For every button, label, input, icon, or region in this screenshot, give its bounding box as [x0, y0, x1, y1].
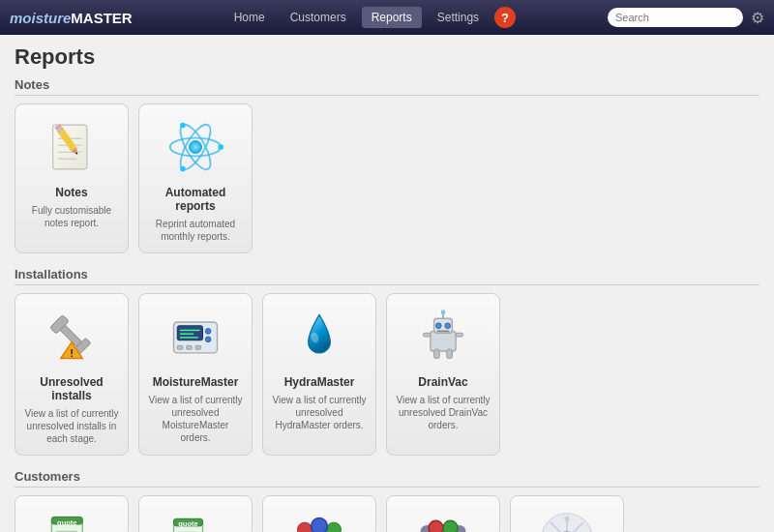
nav-reports[interactable]: Reports	[362, 7, 422, 28]
svg-point-14	[189, 140, 201, 153]
card-hydramaster[interactable]: HydraMaster View a list of currently unr…	[262, 293, 376, 456]
drainvac-icon	[412, 306, 474, 368]
settings-icon[interactable]: ⚙	[751, 9, 764, 27]
svg-rect-32	[195, 345, 201, 349]
notes-card-desc: Fully customisable notes report.	[23, 204, 120, 229]
card-historical-referrals[interactable]: Historical referrals Referral types for …	[386, 495, 500, 532]
section-label-installations: Installations	[15, 267, 759, 285]
quotes-icon: quote	[164, 508, 226, 532]
card-moisturemaster[interactable]: MoistureMaster View a list of currently …	[138, 293, 253, 456]
page-content: Reports Notes	[0, 35, 774, 532]
pmc-icon	[536, 508, 598, 532]
hydramaster-card-title: HydraMaster	[284, 375, 355, 389]
svg-rect-34	[431, 331, 456, 351]
svg-point-37	[445, 323, 451, 329]
svg-rect-43	[434, 349, 440, 358]
card-referrals[interactable]: Referrals View success of each referral …	[262, 495, 376, 532]
notes-cards-row: Notes Fully customisable notes report.	[15, 103, 759, 253]
quote-requests-icon: quote	[41, 508, 103, 532]
svg-point-17	[180, 166, 186, 172]
customers-cards-row: quote Quote requ	[15, 495, 759, 532]
svg-text:quote: quote	[57, 518, 76, 527]
logo-master: MASTER	[71, 10, 132, 26]
section-label-notes: Notes	[15, 77, 759, 96]
card-drainvac[interactable]: DrainVac View a list of currently unreso…	[386, 293, 500, 456]
navbar-right: ⚙	[608, 8, 764, 27]
nav-settings[interactable]: Settings	[428, 7, 489, 28]
unresolved-card-title: Unresolved installs	[23, 375, 120, 402]
unresolved-icon: !	[41, 306, 103, 368]
svg-point-29	[205, 337, 211, 342]
svg-rect-31	[187, 345, 193, 349]
svg-point-15	[218, 144, 223, 150]
svg-text:quote: quote	[178, 519, 197, 528]
svg-rect-41	[423, 333, 431, 337]
svg-point-74	[327, 522, 342, 532]
notes-icon	[41, 116, 103, 178]
referrals-icon	[288, 508, 350, 532]
nav-customers[interactable]: Customers	[281, 7, 356, 28]
svg-text:!: !	[70, 347, 74, 359]
svg-point-16	[180, 123, 186, 129]
search-input[interactable]	[608, 8, 743, 27]
svg-point-28	[205, 329, 211, 335]
moisturemaster-card-desc: View a list of currently unresolved Mois…	[147, 394, 244, 444]
navbar: moisture MASTER Home Customers Reports S…	[0, 0, 774, 35]
card-unresolved-installs[interactable]: ! Unresolved installs View a list of cur…	[15, 293, 129, 456]
section-customers: Customers quote	[15, 469, 759, 532]
svg-point-40	[441, 310, 446, 314]
svg-point-79	[443, 520, 458, 532]
logo-moisture: moisture	[10, 10, 71, 26]
svg-rect-38	[436, 330, 449, 332]
automated-icon	[164, 116, 226, 178]
section-installations: Installations ! U	[15, 267, 759, 456]
historical-icon	[412, 508, 474, 532]
svg-point-78	[429, 520, 443, 532]
automated-card-title: Automated reports	[147, 186, 244, 213]
card-notes[interactable]: Notes Fully customisable notes report.	[15, 103, 129, 253]
card-quote-requests[interactable]: quote Quote requ	[15, 495, 129, 532]
card-quotes[interactable]: quote Quotes	[138, 495, 253, 532]
drainvac-card-title: DrainVac	[418, 375, 467, 389]
help-icon[interactable]: ?	[494, 7, 516, 28]
card-automated-reports[interactable]: Automated reports Reprint automated mont…	[138, 103, 253, 253]
section-notes: Notes	[15, 77, 759, 253]
svg-point-75	[312, 517, 328, 532]
moisturemaster-card-title: MoistureMaster	[153, 375, 239, 389]
section-label-customers: Customers	[15, 469, 759, 488]
svg-point-73	[298, 522, 313, 532]
page-title: Reports	[15, 44, 759, 70]
hydramaster-icon	[288, 306, 350, 368]
svg-point-85	[564, 517, 570, 522]
nav-links: Home Customers Reports Settings ?	[224, 7, 516, 28]
app-logo: moisture MASTER	[10, 10, 133, 26]
svg-rect-30	[177, 345, 183, 349]
moisturemaster-icon	[164, 306, 226, 368]
card-pmc-customers[interactable]: PMC Customers Customers on a PMC contrac…	[510, 495, 624, 532]
installations-cards-row: ! Unresolved installs View a list of cur…	[15, 293, 759, 456]
nav-home[interactable]: Home	[224, 7, 275, 28]
notes-card-title: Notes	[55, 186, 87, 199]
svg-point-36	[436, 323, 442, 329]
unresolved-card-desc: View a list of currently unresolved inst…	[23, 407, 120, 445]
svg-rect-42	[456, 333, 463, 337]
svg-rect-44	[447, 349, 453, 358]
drainvac-card-desc: View a list of currently unresolved Drai…	[395, 394, 491, 431]
hydramaster-card-desc: View a list of currently unresolved Hydr…	[271, 394, 368, 431]
automated-card-desc: Reprint automated monthly reports.	[147, 218, 244, 243]
